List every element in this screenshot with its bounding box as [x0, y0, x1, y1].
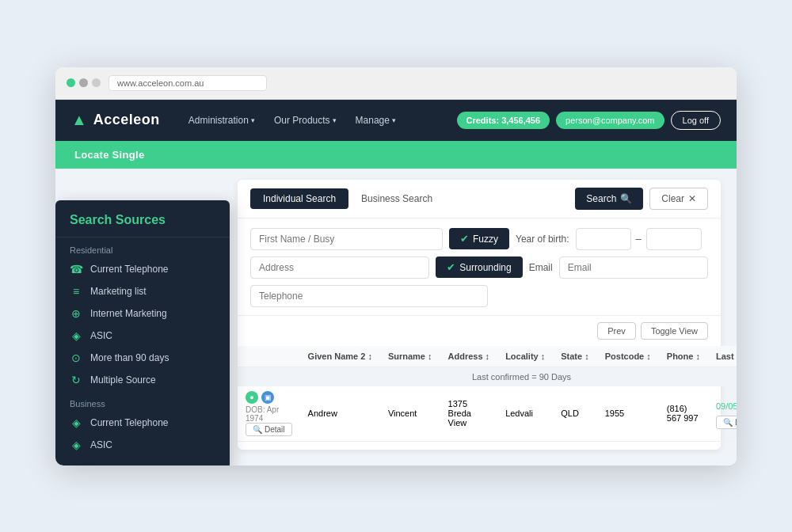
navbar: ▲ Acceleon Administration ▾ Our Products… [55, 100, 737, 141]
surrounding-toggle-button[interactable]: ✔ Surrounding [436, 256, 522, 278]
email-group: Email [529, 256, 708, 279]
dot-gray2 [92, 78, 101, 87]
tabs: Individual Search Business Search [250, 188, 445, 209]
search-icon: 🔍 [620, 193, 632, 204]
phone-icon: ◈ [70, 416, 82, 429]
year-from-input[interactable] [576, 228, 631, 250]
close-icon: ✕ [688, 193, 696, 204]
last-seen-date: 09/05/2022 [716, 401, 737, 411]
col-address[interactable]: Address ↕ [440, 346, 498, 367]
clear-button[interactable]: Clear ✕ [649, 188, 708, 210]
action-icons: 09/05/2022 ● ● [716, 398, 737, 414]
search-button[interactable]: Search 🔍 [575, 188, 643, 210]
results-section: Given Name 2 ↕ Surname ↕ Address ↕ Local… [238, 346, 721, 450]
list-icon: ≡ [70, 285, 82, 298]
browser-url[interactable]: www.acceleon.com.au [109, 75, 267, 91]
address-input[interactable] [250, 256, 429, 279]
diamond-icon: ◈ [70, 439, 82, 451]
surname-cell: Vincent [380, 386, 440, 442]
sidebar-residential-label: Residential [55, 238, 230, 258]
col-last-seen[interactable]: Last Seen ↕ [708, 346, 737, 367]
sidebar-item-label: Internet Marketing [90, 308, 167, 319]
detail-button[interactable]: 🔍 Detail [246, 423, 292, 436]
nav-administration[interactable]: Administration ▾ [181, 110, 263, 131]
email-input[interactable] [559, 256, 708, 279]
state-cell: QLD [553, 386, 596, 442]
blue-status-icon: ▣ [261, 391, 274, 404]
last-seen-cell: 09/05/2022 ● ● 🔍 Landing [708, 386, 737, 442]
sidebar-item-asic-res[interactable]: ◈ ASIC [55, 325, 230, 347]
check-icon: ✔ [447, 261, 455, 273]
chevron-down-icon: ▾ [392, 116, 396, 124]
nav-manage[interactable]: Manage ▾ [348, 110, 404, 131]
confirmed-row: Last confirmed = 90 Days [238, 367, 737, 386]
row-status-icons: ● ▣ [246, 391, 292, 404]
email-label: Email [529, 262, 553, 273]
year-of-birth-group: Year of birth: – [516, 228, 708, 250]
year-inputs: – [576, 228, 702, 250]
sidebar-business-label: Business [55, 391, 230, 412]
search-panel-header: Individual Search Business Search Search… [238, 180, 721, 218]
sidebar-item-current-telephone-res[interactable]: ☎ Current Telephone [55, 258, 230, 280]
chevron-down-icon: ▾ [251, 116, 255, 124]
sidebar-item-label: More than 90 days [90, 352, 169, 363]
col-postcode[interactable]: Postcode ↕ [597, 346, 659, 367]
dob-cell: DOB: Apr 1974 [246, 405, 292, 423]
sidebar-item-internet-marketing[interactable]: ⊕ Internet Marketing [55, 302, 230, 325]
col-phone[interactable]: Phone ↕ [659, 346, 708, 367]
sidebar-item-current-telephone-biz[interactable]: ◈ Current Telephone [55, 412, 230, 434]
email-badge: person@company.com [556, 112, 664, 129]
diamond-icon: ◈ [70, 329, 82, 342]
dot-gray1 [79, 78, 88, 87]
phone-cell: (816) 567 997 [659, 386, 708, 442]
logo-text: Acceleon [93, 112, 160, 128]
logo-area: ▲ Acceleon [71, 111, 160, 129]
logo-icon: ▲ [71, 111, 87, 129]
sidebar-item-marketing-list[interactable]: ≡ Marketing list [55, 280, 230, 302]
check-icon: ✔ [460, 233, 469, 245]
first-name-input[interactable] [250, 228, 443, 250]
search-icon: 🔍 [253, 425, 262, 434]
chevron-down-icon: ▾ [333, 116, 337, 124]
content-area: Search Sources Residential ☎ Current Tel… [55, 169, 737, 466]
green-status-icon: ● [246, 391, 258, 404]
telephone-input[interactable] [250, 285, 488, 307]
clock-icon: ⊙ [70, 352, 82, 364]
landing-button[interactable]: 🔍 Landing [716, 416, 737, 429]
locate-header: Locate Single [55, 141, 737, 169]
table-header-row: Given Name 2 ↕ Surname ↕ Address ↕ Local… [238, 346, 737, 367]
sidebar-item-label: Multiple Source [90, 374, 156, 386]
col-given-name2[interactable]: Given Name 2 ↕ [300, 346, 380, 367]
fuzzy-toggle-button[interactable]: ✔ Fuzzy [449, 228, 509, 249]
results-table: Given Name 2 ↕ Surname ↕ Address ↕ Local… [238, 346, 737, 442]
sidebar-item-more-than-90[interactable]: ⊙ More than 90 days [55, 347, 230, 369]
nav-right: Credits: 3,456,456 person@company.com Lo… [457, 111, 721, 130]
col-state[interactable]: State ↕ [553, 346, 596, 367]
col-locality[interactable]: Locality ↕ [497, 346, 553, 367]
sidebar-item-multiple-source[interactable]: ↻ Multiple Source [55, 369, 230, 391]
sidebar-item-label: ASIC [90, 330, 112, 341]
sidebar-item-asic-biz[interactable]: ◈ ASIC [55, 434, 230, 456]
col-surname[interactable]: Surname ↕ [380, 346, 440, 367]
prev-button[interactable]: Prev [597, 322, 636, 340]
sidebar-title: Search Sources [55, 200, 230, 238]
col-icons [238, 346, 300, 367]
tab-business-search[interactable]: Business Search [348, 188, 445, 209]
sidebar-item-label: ASIC [90, 439, 112, 450]
main-content: Locate Single Search Sources Residential… [55, 141, 737, 466]
sidebar-item-label: Marketing list [90, 286, 147, 297]
tab-individual-search[interactable]: Individual Search [250, 188, 348, 209]
year-dash: – [636, 233, 642, 245]
sidebar-item-label: Current Telephone [90, 417, 169, 428]
search-icon: 🔍 [723, 418, 733, 427]
browser-dots [67, 78, 101, 87]
logoff-button[interactable]: Log off [671, 111, 721, 130]
year-to-input[interactable] [646, 228, 702, 250]
search-sources-sidebar: Search Sources Residential ☎ Current Tel… [55, 200, 230, 466]
year-of-birth-label: Year of birth: [516, 234, 569, 245]
nav-products[interactable]: Our Products ▾ [266, 110, 345, 131]
refresh-icon: ↻ [70, 374, 82, 386]
locality-cell: Ledvali [497, 386, 553, 442]
confirmed-label: Last confirmed = 90 Days [238, 367, 737, 386]
toggle-view-button[interactable]: Toggle View [641, 322, 708, 340]
